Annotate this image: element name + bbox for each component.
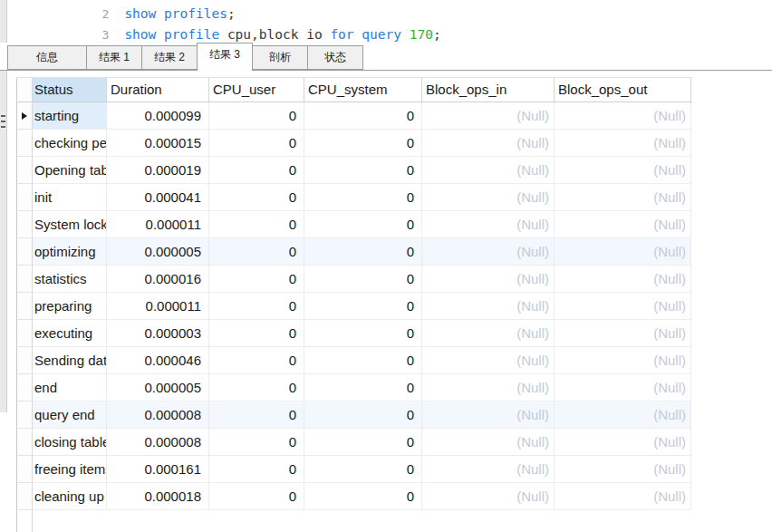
row-header[interactable] <box>16 374 33 401</box>
tab-5[interactable]: 状态 <box>307 45 363 70</box>
cell-block-ops-in[interactable]: (Null) <box>422 157 555 184</box>
cell-cpu-user[interactable]: 0 <box>209 456 304 483</box>
row-header[interactable] <box>16 130 33 157</box>
cell-status[interactable]: cleaning up <box>33 483 107 510</box>
cell-block-ops-out[interactable]: (Null) <box>555 130 691 157</box>
tab-3[interactable]: 结果 3 <box>197 43 253 71</box>
cell-status[interactable]: starting <box>33 102 107 130</box>
cell-cpu-system[interactable]: 0 <box>304 456 422 483</box>
row-header[interactable] <box>16 483 33 510</box>
row-header[interactable] <box>16 320 33 347</box>
cell-block-ops-out[interactable]: (Null) <box>555 483 691 510</box>
corner-header[interactable] <box>16 78 33 102</box>
cell-cpu-system[interactable]: 0 <box>304 157 422 184</box>
cell-cpu-user[interactable]: 0 <box>209 266 304 293</box>
cell-duration[interactable]: 0.000046 <box>107 347 209 374</box>
cell-block-ops-in[interactable]: (Null) <box>422 266 555 293</box>
cell-cpu-user[interactable]: 0 <box>209 211 304 238</box>
column-header-block-ops-in[interactable]: Block_ops_in <box>422 78 555 102</box>
cell-cpu-system[interactable]: 0 <box>304 130 422 157</box>
cell-block-ops-out[interactable]: (Null) <box>555 401 691 429</box>
sql-editor[interactable]: 2show profiles; 3show profile cpu,block … <box>7 0 772 42</box>
cell-status[interactable]: freeing items <box>33 456 107 483</box>
cell-cpu-user[interactable]: 0 <box>209 157 304 184</box>
cell-block-ops-in[interactable]: (Null) <box>422 293 555 320</box>
cell-block-ops-in[interactable]: (Null) <box>422 184 555 211</box>
cell-status[interactable]: Sending data <box>33 347 107 374</box>
cell-cpu-system[interactable]: 0 <box>304 401 422 429</box>
cell-cpu-user[interactable]: 0 <box>209 320 304 347</box>
tab-2[interactable]: 结果 2 <box>141 45 198 70</box>
cell-duration[interactable]: 0.000016 <box>107 266 209 293</box>
cell-block-ops-out[interactable]: (Null) <box>555 347 691 374</box>
cell-block-ops-out[interactable]: (Null) <box>555 211 691 238</box>
cell-cpu-user[interactable]: 0 <box>209 347 304 374</box>
row-header[interactable] <box>16 157 33 184</box>
cell-block-ops-in[interactable]: (Null) <box>422 401 555 429</box>
row-header[interactable] <box>16 238 33 266</box>
cell-cpu-system[interactable]: 0 <box>304 238 422 266</box>
column-header-cpu-user[interactable]: CPU_user <box>209 78 304 102</box>
cell-block-ops-in[interactable]: (Null) <box>422 483 555 510</box>
tab-0[interactable]: 信息 <box>7 45 87 70</box>
cell-block-ops-out[interactable]: (Null) <box>555 184 691 211</box>
cell-block-ops-out[interactable]: (Null) <box>555 266 691 293</box>
cell-block-ops-in[interactable]: (Null) <box>422 102 555 130</box>
cell-cpu-system[interactable]: 0 <box>304 374 422 401</box>
cell-duration[interactable]: 0.000015 <box>107 130 209 157</box>
tab-4[interactable]: 剖析 <box>252 45 308 70</box>
cell-block-ops-in[interactable]: (Null) <box>422 130 555 157</box>
cell-duration[interactable]: 0.000161 <box>107 456 209 483</box>
row-header[interactable] <box>16 401 33 429</box>
cell-block-ops-in[interactable]: (Null) <box>422 456 555 483</box>
cell-duration[interactable]: 0.000008 <box>107 429 209 456</box>
cell-status[interactable]: checking permissions <box>33 130 107 157</box>
cell-status[interactable]: System lock <box>33 211 107 238</box>
cell-cpu-system[interactable]: 0 <box>304 102 422 130</box>
cell-status[interactable]: executing <box>33 320 107 347</box>
cell-duration[interactable]: 0.000018 <box>107 483 209 510</box>
cell-cpu-system[interactable]: 0 <box>304 211 422 238</box>
cell-status[interactable]: optimizing <box>33 238 107 266</box>
cell-block-ops-in[interactable]: (Null) <box>422 347 555 374</box>
cell-block-ops-out[interactable]: (Null) <box>555 320 691 347</box>
cell-status[interactable]: preparing <box>33 293 107 320</box>
row-header[interactable] <box>16 184 33 211</box>
column-header-duration[interactable]: Duration <box>107 78 209 102</box>
cell-cpu-system[interactable]: 0 <box>304 266 422 293</box>
row-header[interactable] <box>16 347 33 374</box>
cell-status[interactable]: Opening tables <box>33 157 107 184</box>
cell-cpu-user[interactable]: 0 <box>209 401 304 429</box>
cell-duration[interactable]: 0.000019 <box>107 157 209 184</box>
cell-block-ops-out[interactable]: (Null) <box>555 157 691 184</box>
cell-block-ops-out[interactable]: (Null) <box>555 456 691 483</box>
cell-block-ops-out[interactable]: (Null) <box>555 238 691 266</box>
cell-cpu-user[interactable]: 0 <box>209 102 304 130</box>
cell-block-ops-in[interactable]: (Null) <box>422 429 555 456</box>
cell-cpu-user[interactable]: 0 <box>209 429 304 456</box>
cell-cpu-system[interactable]: 0 <box>304 293 422 320</box>
row-header[interactable] <box>16 211 33 238</box>
cell-block-ops-in[interactable]: (Null) <box>422 374 555 401</box>
cell-status[interactable]: statistics <box>33 266 107 293</box>
row-header[interactable] <box>16 429 33 456</box>
cell-status[interactable]: end <box>33 374 107 401</box>
column-header-cpu-system[interactable]: CPU_system <box>304 78 422 102</box>
cell-block-ops-out[interactable]: (Null) <box>555 429 691 456</box>
cell-cpu-user[interactable]: 0 <box>209 374 304 401</box>
cell-block-ops-out[interactable]: (Null) <box>555 374 691 401</box>
cell-duration[interactable]: 0.000005 <box>107 238 209 266</box>
cell-cpu-system[interactable]: 0 <box>304 184 422 211</box>
column-header-status[interactable]: Status <box>33 78 107 102</box>
cell-duration[interactable]: 0.000011 <box>107 293 209 320</box>
cell-cpu-user[interactable]: 0 <box>209 184 304 211</box>
cell-cpu-system[interactable]: 0 <box>304 429 422 456</box>
cell-cpu-user[interactable]: 0 <box>209 483 304 510</box>
cell-status[interactable]: init <box>33 184 107 211</box>
cell-duration[interactable]: 0.000003 <box>107 320 209 347</box>
cell-block-ops-in[interactable]: (Null) <box>422 211 555 238</box>
cell-cpu-system[interactable]: 0 <box>304 483 422 510</box>
cell-block-ops-out[interactable]: (Null) <box>555 102 691 130</box>
row-header[interactable] <box>16 266 33 293</box>
tab-1[interactable]: 结果 1 <box>86 45 142 70</box>
